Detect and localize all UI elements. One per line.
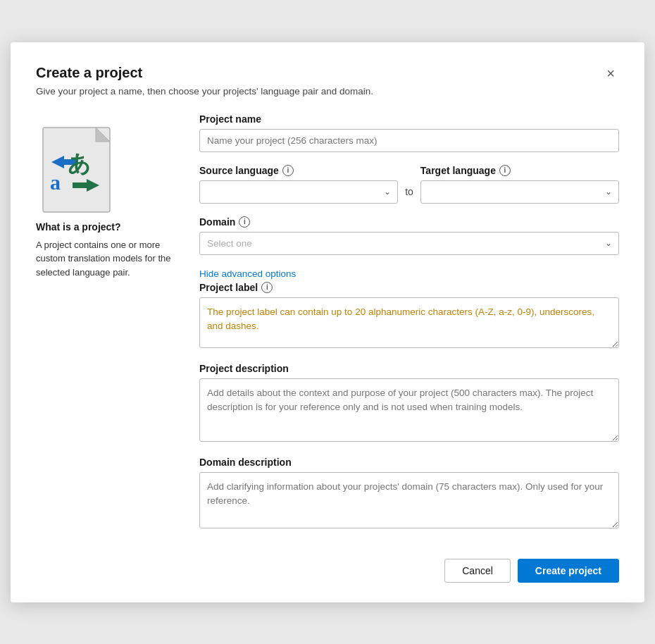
target-language-select-wrap: ⌄ [420,180,619,204]
project-name-label: Project name [199,113,619,125]
project-label-field-group: Project label i [199,282,619,350]
target-language-select[interactable] [420,180,619,204]
create-project-button[interactable]: Create project [518,559,619,583]
hide-advanced-link[interactable]: Hide advanced options [199,268,296,279]
domain-description-textarea[interactable] [199,472,619,528]
what-is-label: What is a project? [36,221,177,233]
project-label-info-icon: i [261,282,273,293]
domain-select-wrap: Select one ⌄ [199,232,619,255]
svg-text:あ: あ [68,151,91,176]
create-project-dialog: Create a project × Give your project a n… [11,42,644,602]
target-language-label: Target language i [420,165,619,176]
domain-info-icon: i [239,216,250,228]
left-panel: あ a What is a project? A project contain… [36,113,177,543]
target-language-info-icon: i [499,165,511,176]
close-button[interactable]: × [602,65,619,82]
source-language-info-icon: i [282,165,294,176]
cancel-button[interactable]: Cancel [444,559,511,583]
project-label-textarea[interactable] [199,297,619,348]
what-is-text: A project contains one or more custom tr… [36,238,177,280]
svg-text:a: a [50,171,61,194]
source-language-field-group: Source language i ⌄ [199,165,398,204]
project-description-textarea[interactable] [199,378,619,442]
domain-description-label: Domain description [199,457,619,468]
dialog-title: Create a project [36,65,142,81]
project-name-field-group: Project name [199,113,619,152]
project-label-label: Project label i [199,282,619,293]
domain-select[interactable]: Select one [199,232,619,255]
dialog-subtitle: Give your project a name, then choose yo… [36,86,619,97]
domain-field-group: Domain i Select one ⌄ [199,216,619,255]
project-name-input[interactable] [199,129,619,152]
project-description-field-group: Project description [199,363,619,444]
dialog-header: Create a project × [36,65,619,82]
dialog-body: あ a What is a project? A project contain… [36,113,619,543]
language-row: Source language i ⌄ to Target language [199,165,619,204]
domain-label: Domain i [199,216,619,228]
domain-description-field-group: Domain description [199,457,619,531]
to-label: to [405,186,413,197]
source-language-label: Source language i [199,165,398,176]
dialog-footer: Cancel Create project [36,559,619,583]
project-description-label: Project description [199,363,619,374]
source-language-select-wrap: ⌄ [199,180,398,204]
target-language-field-group: Target language i ⌄ [420,165,619,204]
right-panel: Project name Source language i ⌄ [199,113,619,543]
source-language-select[interactable] [199,180,398,204]
project-icon: あ a [36,113,177,221]
